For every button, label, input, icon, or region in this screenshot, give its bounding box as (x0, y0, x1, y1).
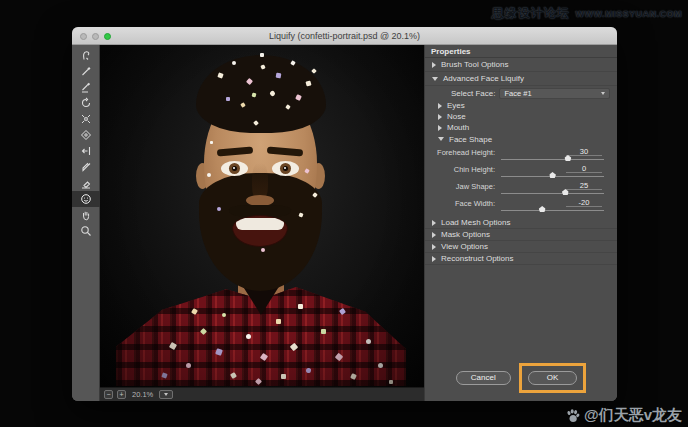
slider-thumb[interactable] (549, 172, 556, 178)
zoom-level-value[interactable]: 20.1% (130, 390, 155, 399)
pucker-tool[interactable] (72, 111, 100, 127)
ok-button[interactable]: OK (528, 371, 578, 385)
collapsed-triangle-icon (432, 256, 436, 262)
chevron-down-icon (601, 92, 605, 95)
collapsed-triangle-icon (432, 220, 436, 226)
cancel-button[interactable]: Cancel (456, 371, 511, 385)
dialog-body: − + 20.1% Properties Brush Tool Options … (72, 45, 617, 401)
section-reconstruct-options[interactable]: Reconstruct Options (425, 253, 617, 265)
face-shape-sliders: Forehead Height: 30 Chin Height: 0 Jaw S… (425, 145, 617, 217)
zoom-menu-button[interactable] (159, 390, 173, 399)
zoom-tool[interactable] (72, 223, 100, 239)
slider-label: Forehead Height: (425, 148, 495, 157)
collapsed-triangle-icon (432, 62, 436, 68)
slider-track[interactable] (501, 210, 604, 211)
dialog-title: Liquify (confetti-portrait.psd @ 20.1%) (72, 27, 617, 45)
minimize-button[interactable] (92, 33, 99, 40)
subsection-eyes[interactable]: Eyes (425, 100, 617, 111)
section-load-mesh-options[interactable]: Load Mesh Options (425, 217, 617, 229)
smooth-icon (80, 81, 92, 93)
freeze-mask-icon (80, 161, 92, 173)
ok-annotation-highlight: OK (519, 363, 587, 393)
freeze-mask-tool[interactable] (72, 159, 100, 175)
select-face-label: Select Face: (451, 89, 495, 98)
screenshot-root: 思缘设计论坛 WWW.MISSYUAN.COM Liquify (confett… (0, 0, 688, 427)
canvas-statusbar: − + 20.1% (100, 387, 424, 401)
select-face-dropdown[interactable]: Face #1 (499, 88, 610, 99)
expanded-triangle-icon (432, 77, 438, 81)
reconstruct-icon (80, 65, 92, 77)
select-face-value: Face #1 (504, 89, 601, 98)
liquify-toolbar (72, 45, 100, 401)
section-label: Mask Options (441, 230, 490, 239)
expanded-triangle-icon (438, 137, 444, 141)
face-tool[interactable] (72, 191, 100, 207)
slider-track[interactable] (501, 159, 604, 160)
section-label: Brush Tool Options (441, 60, 508, 69)
preview-canvas[interactable]: − + 20.1% (100, 45, 424, 401)
section-label: Reconstruct Options (441, 254, 513, 263)
zoom-window-button[interactable] (104, 33, 111, 40)
smooth-tool[interactable] (72, 79, 100, 95)
section-label: Advanced Face Liquify (443, 74, 524, 83)
slider-value-field[interactable]: -20 (566, 198, 602, 207)
forward-warp-icon (80, 49, 92, 61)
properties-panel: Properties Brush Tool Options Advanced F… (424, 45, 617, 401)
panel-header: Properties (425, 45, 617, 58)
section-view-options[interactable]: View Options (425, 241, 617, 253)
slider-label: Chin Height: (425, 165, 495, 174)
subsection-label: Mouth (447, 123, 469, 132)
watermark-top: 思缘设计论坛 WWW.MISSYUAN.COM (492, 5, 683, 22)
reconstruct-tool[interactable] (72, 63, 100, 79)
slider-value-field[interactable]: 25 (566, 181, 602, 190)
collapsed-sections: Load Mesh Options Mask Options View Opti… (425, 217, 617, 265)
slider-value-field[interactable]: 0 (566, 164, 602, 173)
slider-track[interactable] (501, 193, 604, 194)
zoom-in-button[interactable]: + (117, 390, 126, 399)
confetti-layer (100, 45, 424, 387)
collapsed-triangle-icon (432, 232, 436, 238)
section-label: Load Mesh Options (441, 218, 510, 227)
subsection-mouth[interactable]: Mouth (425, 122, 617, 133)
subsection-label: Face Shape (449, 135, 492, 144)
slider-label: Face Width: (425, 199, 495, 208)
watermark-bottom: @们天恶v龙友 (565, 406, 682, 425)
slider-thumb[interactable] (539, 206, 546, 212)
chin-height-slider: Chin Height: 0 (425, 164, 604, 181)
section-brush-tool-options[interactable]: Brush Tool Options (425, 58, 617, 72)
zoom-icon (80, 225, 92, 237)
collapsed-triangle-icon (438, 114, 442, 120)
section-label: View Options (441, 242, 488, 251)
bloat-icon (80, 129, 92, 141)
zoom-out-button[interactable]: − (104, 390, 113, 399)
hand-tool[interactable] (72, 207, 100, 223)
select-face-row: Select Face: Face #1 (425, 86, 617, 100)
section-mask-options[interactable]: Mask Options (425, 229, 617, 241)
forward-warp-tool[interactable] (72, 47, 100, 63)
traffic-lights (80, 33, 111, 40)
collapsed-triangle-icon (438, 125, 442, 131)
watermark-cn-text: 思缘设计论坛 (492, 5, 570, 22)
subsection-nose[interactable]: Nose (425, 111, 617, 122)
dialog-buttons: Cancel OK (425, 371, 617, 385)
thaw-mask-tool[interactable] (72, 175, 100, 191)
close-button[interactable] (80, 33, 87, 40)
dialog-titlebar[interactable]: Liquify (confetti-portrait.psd @ 20.1%) (72, 27, 617, 45)
push-left-icon (80, 145, 92, 157)
bloat-tool[interactable] (72, 127, 100, 143)
twirl-clockwise-icon (80, 97, 92, 109)
subsection-label: Eyes (447, 101, 465, 110)
watermark-url-text: WWW.MISSYUAN.COM (576, 9, 683, 19)
thaw-mask-icon (80, 177, 92, 189)
twirl-clockwise-tool[interactable] (72, 95, 100, 111)
slider-track[interactable] (501, 176, 604, 177)
face-icon (80, 193, 92, 205)
section-advanced-face-liquify[interactable]: Advanced Face Liquify (425, 72, 617, 86)
subsection-label: Nose (447, 112, 466, 121)
chevron-down-icon (164, 393, 168, 396)
push-left-tool[interactable] (72, 143, 100, 159)
subsection-face-shape[interactable]: Face Shape (425, 133, 617, 145)
slider-value-field[interactable]: 30 (566, 147, 602, 156)
liquify-dialog: Liquify (confetti-portrait.psd @ 20.1%) (72, 27, 617, 401)
hand-icon (80, 209, 92, 221)
